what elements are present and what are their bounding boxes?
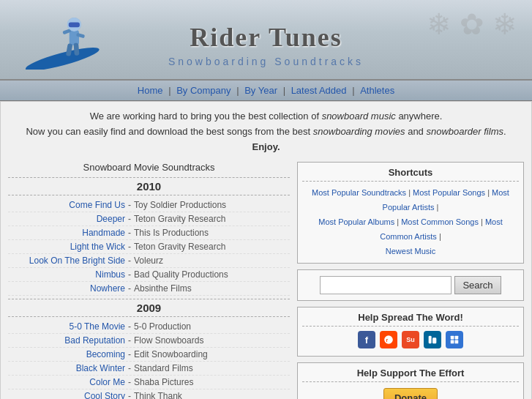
donate-button[interactable]: Donate (383, 388, 438, 399)
movie-company: 5-0 Production (134, 321, 191, 332)
year-2010: 2010 (8, 177, 290, 195)
delicious-icon[interactable] (446, 331, 463, 348)
nav-latest-added[interactable]: Latest Added (291, 85, 347, 96)
nav-athletes[interactable]: Athletes (360, 85, 394, 96)
movie-link[interactable]: Color Me (8, 377, 125, 387)
svg-rect-11 (429, 336, 432, 344)
reddit-icon[interactable]: r (380, 331, 397, 348)
svg-point-9 (384, 336, 393, 345)
shortcuts-links: Most Popular Soundtracks | Most Popular … (302, 186, 519, 258)
year-2009: 2009 (8, 299, 290, 317)
movie-link[interactable]: Nowhere (8, 283, 125, 294)
two-column-layout: Snowboard Movie Soundtracks 2010 Come Fi… (8, 162, 524, 399)
movie-company: Shaba Pictures (134, 377, 193, 387)
movie-link[interactable]: Look On The Bright Side (8, 256, 125, 266)
list-item: Cool Story - Think Thank (8, 389, 290, 399)
shortcut-popular-songs[interactable]: Most Popular Songs (413, 188, 485, 197)
svg-rect-8 (69, 23, 80, 28)
movie-company: Think Thank (134, 391, 182, 399)
shortcut-common-songs[interactable]: Most Common Songs (401, 217, 479, 226)
movie-link[interactable]: Becoming (8, 349, 125, 359)
movie-company: Edit Snowboarding (134, 349, 208, 359)
list-item: Light the Wick - Teton Gravity Research (8, 240, 290, 254)
nav-by-company[interactable]: By Company (176, 85, 231, 96)
list-item: Color Me - Shaba Pictures (8, 376, 290, 389)
movie-link[interactable]: Cool Story (8, 391, 125, 399)
list-item: Becoming - Edit Snowboarding (8, 348, 290, 362)
search-form: Search (304, 276, 517, 294)
support-title: Help Support The Effort (302, 368, 519, 382)
shortcut-popular-soundtracks[interactable]: Most Popular Soundtracks (312, 188, 406, 197)
list-item: Deeper - Teton Gravity Research (8, 212, 290, 226)
spread-box: Help Spread The Word! f r Su (297, 307, 524, 357)
list-item: 5-0 The Movie - 5-0 Production (8, 320, 290, 334)
movie-link[interactable]: Bad Reputation (8, 335, 125, 346)
facebook-icon[interactable]: f (358, 331, 375, 348)
search-box: Search (297, 269, 524, 301)
nav-home[interactable]: Home (138, 85, 163, 96)
svg-rect-13 (451, 336, 454, 340)
list-item: Come Find Us - Toy Soldier Productions (8, 198, 290, 212)
nav-by-year[interactable]: By Year (244, 85, 277, 96)
header-pattern: ❄ ✿ ❄ (427, 7, 517, 41)
right-column: Shortcuts Most Popular Soundtracks | Mos… (297, 162, 524, 399)
movie-link[interactable]: Handmade (8, 228, 125, 238)
left-column: Snowboard Movie Soundtracks 2010 Come Fi… (8, 162, 290, 399)
main-content: We are working hard to bring you the bes… (0, 101, 532, 399)
movie-link[interactable]: Come Find Us (8, 200, 125, 210)
movie-company: Toy Soldier Productions (134, 200, 226, 210)
soundtracks-section-title: Snowboard Movie Soundtracks (8, 162, 290, 173)
movie-list-2010: Come Find Us - Toy Soldier Productions D… (8, 198, 290, 296)
shortcut-newest-music[interactable]: Newest Music (386, 247, 435, 256)
list-item: Handmade - This Is Productions (8, 226, 290, 240)
movie-link[interactable]: 5-0 The Movie (8, 321, 125, 332)
svg-rect-14 (455, 336, 459, 340)
list-item: Nowhere - Absinthe Films (8, 282, 290, 296)
movie-link[interactable]: Nimbus (8, 269, 125, 280)
list-item: Look On The Bright Side - Voleurz (8, 254, 290, 268)
search-input[interactable] (320, 276, 452, 294)
social-icons-group: f r Su (302, 331, 519, 348)
movie-company: Bad Quality Productions (134, 269, 228, 280)
movie-link[interactable]: Light the Wick (8, 242, 125, 252)
shortcuts-title: Shortcuts (302, 167, 519, 182)
shortcuts-box: Shortcuts Most Popular Soundtracks | Mos… (297, 162, 524, 264)
svg-rect-12 (432, 338, 436, 344)
shortcut-popular-albums[interactable]: Most Popular Albums (318, 217, 394, 226)
list-item: Bad Reputation - Flow Snowboards (8, 334, 290, 348)
movie-company: Teton Gravity Research (134, 242, 225, 252)
stumbleupon-icon[interactable]: Su (402, 331, 419, 348)
support-box: Help Support The Effort Donate (297, 362, 524, 399)
snowboarder-illustration (22, 4, 110, 70)
intro-section: We are working hard to bring you the bes… (8, 109, 524, 154)
site-header: ❄ ✿ ❄ Rider Tunes Snowboarding Soundtrac… (0, 0, 532, 81)
movie-company: This Is Productions (134, 228, 209, 238)
svg-rect-15 (451, 340, 454, 344)
list-item: Nimbus - Bad Quality Productions (8, 268, 290, 282)
svg-rect-16 (455, 340, 459, 344)
movie-link[interactable]: Black Winter (8, 363, 125, 373)
movie-list-2009: 5-0 The Movie - 5-0 Production Bad Reput… (8, 320, 290, 399)
svg-text:r: r (386, 338, 389, 343)
movie-link[interactable]: Deeper (8, 214, 125, 224)
spread-title: Help Spread The Word! (302, 312, 519, 327)
movie-company: Absinthe Films (134, 283, 192, 294)
navigation-bar: Home | By Company | By Year | Latest Add… (0, 81, 532, 101)
movie-company: Teton Gravity Research (134, 214, 225, 224)
movie-company: Flow Snowboards (134, 335, 203, 346)
svg-point-0 (24, 43, 101, 70)
list-item: Black Winter - Standard Films (8, 362, 290, 376)
digg-icon[interactable] (424, 331, 441, 348)
svg-rect-2 (70, 30, 79, 45)
movie-company: Standard Films (134, 363, 193, 373)
movie-company: Voleurz (134, 256, 163, 266)
search-button[interactable]: Search (454, 276, 501, 294)
